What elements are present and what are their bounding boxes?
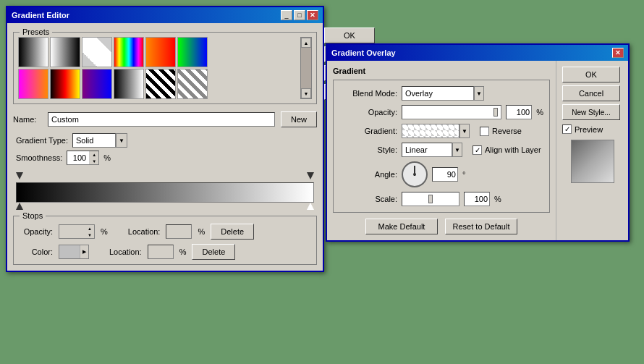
opacity-value[interactable]: 100 bbox=[506, 105, 532, 119]
angle-dial[interactable] bbox=[402, 161, 428, 187]
style-dropdown-btn[interactable]: ▼ bbox=[452, 143, 462, 157]
stops-opacity-pct: % bbox=[101, 227, 108, 236]
overlay-title: Gradient Overlay bbox=[331, 48, 396, 57]
stops-location-label-opacity: Location: bbox=[128, 227, 161, 236]
stops-location-input-opacity[interactable] bbox=[166, 224, 192, 239]
smooth-input-box: 100 ▲ ▼ bbox=[67, 151, 99, 165]
overlay-ok-button[interactable]: OK bbox=[562, 67, 620, 82]
gradient-editor-titlebar: Gradient Editor _ □ ✕ bbox=[7, 7, 323, 23]
preset-swatch-2[interactable] bbox=[50, 37, 80, 67]
new-style-button[interactable]: New Style... bbox=[562, 104, 620, 120]
close-button[interactable]: ✕ bbox=[307, 10, 318, 20]
opacity-up-arrow[interactable]: ▲ bbox=[85, 225, 94, 232]
presets-grid-wrapper bbox=[18, 37, 297, 99]
delete-color-button[interactable]: Delete bbox=[192, 244, 235, 260]
overlay-close-button[interactable]: ✕ bbox=[612, 48, 624, 58]
scale-slider[interactable] bbox=[402, 192, 459, 206]
smooth-up-arrow[interactable]: ▲ bbox=[90, 151, 98, 158]
stops-color-swatch[interactable] bbox=[59, 245, 80, 258]
preset-swatch-6[interactable] bbox=[177, 37, 208, 67]
gradient-row: Gradient: ▼ Reverse bbox=[339, 124, 543, 138]
opacity-slider[interactable] bbox=[402, 105, 501, 119]
overlay-bottom-buttons: Make Default Reset to Default bbox=[333, 219, 550, 234]
stops-location-pct-opacity: % bbox=[198, 227, 205, 236]
align-label: Align with Layer bbox=[485, 145, 541, 154]
ok-button[interactable]: OK bbox=[324, 27, 375, 43]
bottom-stop-right[interactable] bbox=[307, 203, 314, 210]
scale-thumb[interactable] bbox=[428, 195, 433, 203]
opacity-down-arrow[interactable]: ▼ bbox=[85, 232, 94, 238]
preset-swatch-1[interactable] bbox=[18, 37, 48, 67]
type-label: Gradient Type: bbox=[16, 136, 68, 145]
preview-checkbox[interactable] bbox=[562, 124, 572, 134]
stops-color-swatch-box: ▶ bbox=[59, 245, 89, 259]
minimize-button[interactable]: _ bbox=[281, 10, 292, 20]
overlay-titlebar-buttons: ✕ bbox=[612, 48, 624, 58]
stops-opacity-arrows: ▲ ▼ bbox=[85, 225, 94, 238]
stops-color-label: Color: bbox=[18, 247, 53, 256]
scale-row: Scale: 100 % bbox=[339, 192, 543, 206]
type-select-value: Solid bbox=[72, 133, 116, 148]
stops-color-arrow[interactable]: ▶ bbox=[80, 245, 88, 258]
preset-swatch-10[interactable] bbox=[114, 69, 144, 99]
preview-checkbox-group: Preview bbox=[562, 124, 622, 134]
gradient-swatch-combo: ▼ bbox=[402, 124, 470, 138]
reverse-checkbox[interactable] bbox=[480, 127, 489, 136]
smooth-value: 100 bbox=[67, 153, 89, 162]
stops-location-input-color[interactable] bbox=[148, 245, 174, 259]
new-gradient-button[interactable]: New bbox=[281, 111, 317, 127]
restore-button[interactable]: □ bbox=[294, 10, 305, 20]
scale-value[interactable]: 100 bbox=[464, 192, 490, 206]
gradient-preview-swatch[interactable] bbox=[402, 124, 459, 138]
preset-swatch-11[interactable] bbox=[145, 69, 176, 99]
stops-opacity-label: Opacity: bbox=[18, 227, 53, 236]
top-stop-right[interactable] bbox=[307, 172, 314, 179]
preset-swatch-7[interactable] bbox=[18, 69, 48, 99]
gradient-dropdown-btn[interactable]: ▼ bbox=[459, 124, 470, 138]
opacity-thumb[interactable] bbox=[493, 108, 498, 117]
scale-label: Scale: bbox=[339, 195, 397, 203]
stops-color-row: Color: ▶ Location: % Delete bbox=[18, 244, 312, 260]
overlay-cancel-button[interactable]: Cancel bbox=[562, 85, 620, 101]
presets-scrollbar: ▲ ▼ bbox=[300, 37, 312, 99]
preset-swatch-8[interactable] bbox=[50, 69, 80, 99]
angle-deg: ° bbox=[462, 170, 465, 179]
make-default-button[interactable]: Make Default bbox=[365, 219, 438, 234]
name-input[interactable]: Custom bbox=[48, 112, 275, 127]
preset-swatch-9[interactable] bbox=[82, 69, 112, 99]
scroll-up-arrow[interactable]: ▲ bbox=[301, 38, 311, 48]
preset-swatch-12[interactable] bbox=[177, 69, 208, 99]
smooth-down-arrow[interactable]: ▼ bbox=[90, 158, 98, 164]
blend-mode-value: Overlay bbox=[402, 86, 474, 101]
stops-location-label-color: Location: bbox=[109, 247, 142, 256]
stops-group: Stops Opacity: ▲ ▼ % Location: % Delete bbox=[13, 216, 317, 265]
preset-swatch-5[interactable] bbox=[145, 37, 176, 67]
reset-default-button[interactable]: Reset to Default bbox=[445, 219, 517, 234]
top-stop-left[interactable] bbox=[16, 172, 23, 179]
preset-swatch-3[interactable] bbox=[82, 37, 112, 67]
gradient-editor-dialog: Gradient Editor _ □ ✕ Presets bbox=[6, 6, 324, 272]
scroll-track bbox=[301, 48, 311, 88]
overlay-gradient-section: Blend Mode: Overlay ▼ Opacity: 100 % bbox=[333, 80, 550, 213]
presets-group: Presets bbox=[13, 32, 317, 104]
type-dropdown-btn[interactable]: ▼ bbox=[116, 133, 127, 148]
stops-label: Stops bbox=[20, 211, 46, 220]
gradient-bar-container bbox=[13, 172, 317, 213]
align-checkbox[interactable] bbox=[473, 145, 482, 155]
smooth-label: Smoothness: bbox=[16, 153, 62, 162]
presets-container-box: Presets bbox=[13, 32, 317, 104]
preset-swatch-4[interactable] bbox=[114, 37, 144, 67]
bottom-stop-left[interactable] bbox=[16, 203, 23, 210]
gradient-bar[interactable] bbox=[16, 182, 314, 203]
bottom-stops-row bbox=[16, 203, 314, 213]
scale-pct: % bbox=[494, 195, 501, 203]
style-row: Style: Linear ▼ Align with Layer bbox=[339, 143, 543, 157]
opacity-pct: % bbox=[536, 108, 543, 117]
overlay-content: Gradient Blend Mode: Overlay ▼ Opacity: bbox=[327, 61, 628, 240]
delete-opacity-button[interactable]: Delete bbox=[211, 224, 254, 240]
name-row: Name: Custom New bbox=[13, 111, 317, 127]
scroll-down-arrow[interactable]: ▼ bbox=[301, 88, 311, 98]
angle-center-dot bbox=[413, 173, 416, 176]
angle-value[interactable]: 90 bbox=[432, 167, 458, 182]
blend-dropdown-btn[interactable]: ▼ bbox=[474, 86, 484, 101]
